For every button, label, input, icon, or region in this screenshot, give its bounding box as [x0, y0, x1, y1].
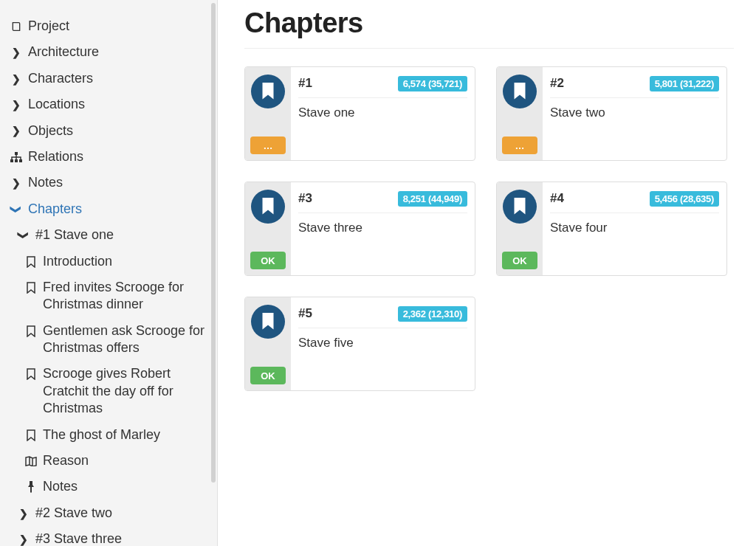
bookmark-icon	[25, 282, 37, 294]
nav-label: Reason	[43, 452, 214, 469]
bookmark-icon	[25, 368, 37, 380]
sidebar-item-notes[interactable]: ❯ Notes	[10, 170, 214, 196]
word-count-badge: 6,574 (35,721)	[398, 76, 467, 91]
status-badge[interactable]: OK	[250, 252, 286, 269]
card-left-rail: …	[497, 67, 543, 160]
sidebar-item-ch3[interactable]: ❯ #3 Stave three	[10, 526, 214, 546]
sidebar-item-scene-gentlemen[interactable]: Gentlemen ask Scrooge for Christmas offe…	[10, 318, 214, 362]
word-count-badge: 2,362 (12,310)	[398, 306, 467, 322]
book-icon	[10, 21, 22, 32]
page-title: Chapters	[244, 7, 734, 39]
svg-rect-3	[19, 159, 22, 162]
chapter-title: Stave four	[550, 221, 719, 235]
sidebar-item-scene-fred[interactable]: Fred invites Scrooge for Christmas dinne…	[10, 274, 214, 318]
nav-label: Relations	[28, 148, 214, 165]
sidebar-item-scene-ghost[interactable]: The ghost of Marley	[10, 422, 214, 448]
map-icon	[25, 455, 37, 467]
chapter-title: Stave three	[298, 221, 467, 235]
card-body: #38,251 (44,949)Stave three	[291, 182, 475, 275]
nav-label: Fred invites Scrooge for Christmas dinne…	[43, 279, 214, 314]
divider	[244, 48, 734, 49]
chapter-number: #1	[298, 76, 312, 91]
bookmark-icon	[261, 313, 275, 331]
bookmark-icon	[261, 198, 275, 215]
svg-rect-2	[15, 159, 18, 162]
status-badge[interactable]: OK	[502, 252, 537, 269]
sidebar-item-architecture[interactable]: ❯ Architecture	[10, 39, 214, 65]
card-left-rail: …	[245, 67, 291, 160]
nav-label: Gentlemen ask Scrooge for Christmas offe…	[43, 322, 214, 357]
card-header: #25,801 (31,222)	[550, 76, 719, 98]
chevron-right-icon: ❯	[10, 125, 22, 137]
nav-label: The ghost of Marley	[43, 426, 214, 443]
status-badge[interactable]: …	[250, 136, 286, 154]
chapter-avatar	[251, 305, 285, 339]
nav-label: Architecture	[28, 44, 214, 61]
sidebar-item-project[interactable]: Project	[10, 13, 214, 39]
bookmark-icon	[25, 256, 37, 268]
card-header: #16,574 (35,721)	[298, 76, 467, 98]
status-badge[interactable]: OK	[250, 367, 286, 384]
card-body: #45,456 (28,635)Stave four	[543, 182, 726, 275]
sidebar-item-scene-intro[interactable]: Introduction	[10, 249, 214, 274]
nav-label: Scrooge gives Robert Cratchit the day of…	[43, 365, 214, 417]
card-left-rail: OK	[245, 297, 291, 390]
chapter-title: Stave two	[550, 106, 719, 120]
nav-label: Chapters	[28, 201, 214, 218]
chapter-number: #2	[550, 76, 564, 91]
card-header: #52,362 (12,310)	[298, 306, 467, 328]
sidebar-item-relations[interactable]: Relations	[10, 144, 214, 170]
card-header: #38,251 (44,949)	[298, 191, 467, 213]
scrollbar[interactable]	[211, 3, 216, 483]
card-body: #52,362 (12,310)Stave five	[291, 297, 475, 390]
nav-label: Characters	[28, 70, 214, 87]
chapter-card[interactable]: OK#45,456 (28,635)Stave four	[496, 182, 727, 276]
chapter-avatar	[251, 190, 285, 224]
chevron-right-icon: ❯	[18, 508, 30, 519]
svg-rect-0	[15, 152, 18, 155]
sidebar-item-scene-notes[interactable]: Notes	[10, 474, 214, 500]
bookmark-icon	[261, 83, 275, 100]
chapter-avatar	[503, 190, 537, 224]
chapter-title: Stave one	[298, 106, 467, 120]
nav-label: #1 Stave one	[35, 227, 214, 243]
status-badge[interactable]: …	[502, 136, 537, 154]
chapter-card[interactable]: OK#52,362 (12,310)Stave five	[244, 297, 475, 391]
chevron-right-icon: ❯	[10, 177, 22, 189]
word-count-badge: 5,801 (31,222)	[650, 76, 719, 91]
card-body: #16,574 (35,721)Stave one	[291, 67, 475, 160]
card-body: #25,801 (31,222)Stave two	[543, 67, 726, 160]
chapter-card[interactable]: OK#38,251 (44,949)Stave three	[244, 182, 475, 276]
nav-label: Notes	[28, 174, 214, 191]
sidebar-item-ch2[interactable]: ❯ #2 Stave two	[10, 500, 214, 526]
card-header: #45,456 (28,635)	[550, 191, 719, 213]
chapter-card[interactable]: …#25,801 (31,222)Stave two	[496, 66, 727, 161]
sitemap-icon	[10, 151, 22, 163]
svg-rect-1	[10, 159, 13, 162]
sidebar-item-locations[interactable]: ❯ Locations	[10, 91, 214, 117]
sidebar-item-objects[interactable]: ❯ Objects	[10, 118, 214, 144]
chevron-right-icon: ❯	[10, 73, 22, 85]
sidebar-item-chapters[interactable]: ❯ Chapters	[10, 196, 214, 222]
nav-label: Notes	[43, 478, 214, 495]
chevron-down-icon: ❯	[10, 204, 22, 215]
card-left-rail: OK	[497, 182, 543, 275]
chapter-avatar	[503, 75, 537, 108]
sidebar-item-scene-reason[interactable]: Reason	[10, 448, 214, 474]
chapter-avatar	[251, 75, 285, 108]
sidebar-item-characters[interactable]: ❯ Characters	[10, 66, 214, 91]
main-content: Chapters …#16,574 (35,721)Stave one…#25,…	[218, 0, 756, 546]
sidebar-item-scene-cratchit[interactable]: Scrooge gives Robert Cratchit the day of…	[10, 361, 214, 421]
bookmark-icon	[25, 325, 37, 337]
chapter-number: #3	[298, 191, 312, 206]
chapter-title: Stave five	[298, 336, 467, 350]
chapter-number: #5	[298, 306, 312, 321]
chapter-card[interactable]: …#16,574 (35,721)Stave one	[244, 66, 475, 161]
nav-label: #2 Stave two	[35, 505, 214, 522]
sidebar-item-ch1[interactable]: ❯ #1 Stave one	[10, 222, 214, 248]
chevron-right-icon: ❯	[18, 533, 30, 545]
bookmark-icon	[512, 83, 527, 100]
chevron-down-icon: ❯	[18, 229, 30, 241]
nav-label: Objects	[28, 122, 214, 139]
chevron-right-icon: ❯	[10, 99, 22, 111]
